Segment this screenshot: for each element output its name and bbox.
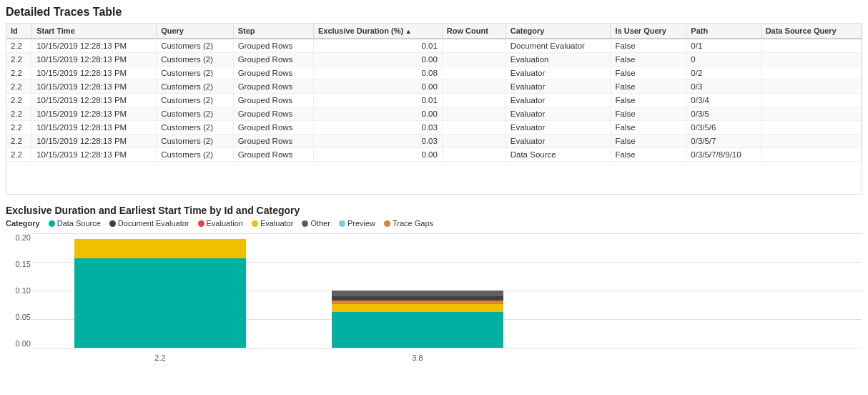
table-row: 2.210/15/2019 12:28:13 PMCustomers (2)Gr… — [6, 121, 862, 135]
cell-7-4: 0.03 — [313, 135, 442, 148]
col-header-step[interactable]: Step — [233, 24, 313, 39]
bar-group-1 — [332, 291, 503, 348]
cell-1-9 — [761, 53, 861, 67]
cell-5-0: 2.2 — [6, 107, 32, 121]
cell-4-7: False — [611, 94, 686, 107]
table-wrapper[interactable]: Id Start Time Query Step Exclusive Durat… — [6, 23, 862, 195]
bars-area — [31, 233, 862, 348]
y-label-4: 0.00 — [6, 339, 31, 348]
cell-2-8: 0/2 — [686, 67, 761, 80]
legend-dot — [198, 220, 204, 227]
cell-8-3: Grouped Rows — [233, 148, 313, 162]
cell-4-2: Customers (2) — [157, 94, 233, 107]
cell-6-2: Customers (2) — [157, 121, 233, 135]
cell-4-6: Evaluator — [505, 94, 611, 107]
cell-5-6: Evaluator — [505, 107, 611, 121]
cell-4-5 — [442, 94, 505, 107]
col-header-query[interactable]: Query — [157, 24, 233, 39]
legend-label: Data Source — [57, 219, 101, 228]
cell-0-8: 0/1 — [686, 39, 761, 53]
cell-3-0: 2.2 — [6, 80, 32, 94]
table-row: 2.210/15/2019 12:28:13 PMCustomers (2)Gr… — [6, 39, 862, 53]
col-header-exclusive-duration[interactable]: Exclusive Duration (%) — [313, 24, 442, 39]
cell-4-3: Grouped Rows — [233, 94, 313, 107]
cell-1-5 — [442, 53, 505, 67]
table-row: 2.210/15/2019 12:28:13 PMCustomers (2)Gr… — [6, 107, 862, 121]
cell-3-8: 0/3 — [686, 80, 761, 94]
page: Detailed Traces Table Id Start Time Quer… — [0, 0, 868, 395]
cell-1-4: 0.00 — [313, 53, 442, 67]
cell-6-9 — [761, 121, 861, 135]
legend-dot — [339, 220, 345, 227]
cell-8-0: 2.2 — [6, 148, 32, 162]
table-row: 2.210/15/2019 12:28:13 PMCustomers (2)Gr… — [6, 94, 862, 107]
legend-items: Data SourceDocument EvaluatorEvaluationE… — [49, 219, 433, 228]
col-header-path[interactable]: Path — [686, 24, 761, 39]
legend-label: Preview — [347, 219, 375, 228]
cell-2-4: 0.08 — [313, 67, 442, 80]
table-header-row: Id Start Time Query Step Exclusive Durat… — [6, 24, 862, 39]
cell-1-1: 10/15/2019 12:28:13 PM — [32, 53, 157, 67]
cell-8-6: Data Source — [505, 148, 611, 162]
table-body: 2.210/15/2019 12:28:13 PMCustomers (2)Gr… — [6, 39, 862, 162]
legend-category-label: Category — [6, 219, 40, 228]
cell-5-8: 0/3/5 — [686, 107, 761, 121]
cell-2-7: False — [611, 67, 686, 80]
cell-6-4: 0.03 — [313, 121, 442, 135]
cell-2-5 — [442, 67, 505, 80]
col-header-start-time[interactable]: Start Time — [32, 24, 157, 39]
data-table: Id Start Time Query Step Exclusive Durat… — [6, 24, 862, 162]
cell-3-9 — [761, 80, 861, 94]
col-header-row-count[interactable]: Row Count — [442, 24, 505, 39]
cell-6-1: 10/15/2019 12:28:13 PM — [32, 121, 157, 135]
cell-2-0: 2.2 — [6, 67, 32, 80]
cell-0-6: Document Evaluator — [505, 39, 611, 53]
legend-dot — [109, 220, 116, 227]
table-row: 2.210/15/2019 12:28:13 PMCustomers (2)Gr… — [6, 80, 862, 94]
col-header-data-source-query[interactable]: Data Source Query — [761, 24, 861, 39]
cell-5-3: Grouped Rows — [233, 107, 313, 121]
legend-label: Document Evaluator — [118, 219, 189, 228]
bar-group-0 — [74, 239, 246, 348]
cell-5-2: Customers (2) — [157, 107, 233, 121]
col-header-category[interactable]: Category — [505, 24, 611, 39]
grid-line-4 — [31, 348, 862, 348]
cell-0-5 — [442, 39, 505, 53]
cell-6-5 — [442, 121, 505, 135]
cell-7-8: 0/3/5/7 — [686, 135, 761, 148]
legend-item: Other — [302, 219, 330, 228]
x-label-0: 2.2 — [74, 353, 246, 362]
y-label-3: 0.05 — [6, 313, 31, 321]
legend-dot — [49, 220, 55, 227]
table-row: 2.210/15/2019 12:28:13 PMCustomers (2)Gr… — [6, 53, 862, 67]
cell-0-4: 0.01 — [313, 39, 442, 53]
table-row: 2.210/15/2019 12:28:13 PMCustomers (2)Gr… — [6, 67, 862, 80]
cell-1-6: Evaluation — [505, 53, 611, 67]
cell-6-6: Evaluator — [505, 121, 611, 135]
cell-0-7: False — [611, 39, 686, 53]
legend-item: Preview — [339, 219, 375, 228]
bar-segment-Evaluator — [74, 239, 246, 258]
cell-2-6: Evaluator — [505, 67, 611, 80]
col-header-id[interactable]: Id — [6, 24, 32, 39]
cell-1-0: 2.2 — [6, 53, 32, 67]
cell-4-8: 0/3/4 — [686, 94, 761, 107]
cell-0-9 — [761, 39, 861, 53]
table-title: Detailed Traces Table — [6, 6, 862, 19]
cell-2-2: Customers (2) — [157, 67, 233, 80]
y-label-1: 0.15 — [6, 260, 31, 268]
cell-8-7: False — [611, 148, 686, 162]
cell-4-1: 10/15/2019 12:28:13 PM — [32, 94, 157, 107]
legend-item: Evaluator — [252, 219, 293, 228]
legend-item: Evaluation — [198, 219, 243, 228]
table-section: Detailed Traces Table Id Start Time Quer… — [6, 6, 862, 199]
col-header-is-user-query[interactable]: Is User Query — [611, 24, 686, 39]
cell-0-1: 10/15/2019 12:28:13 PM — [32, 39, 157, 53]
legend-item: Trace Gaps — [384, 219, 433, 228]
bar-stack-0 — [74, 239, 246, 348]
cell-8-2: Customers (2) — [157, 148, 233, 162]
cell-5-1: 10/15/2019 12:28:13 PM — [32, 107, 157, 121]
cell-1-8: 0 — [686, 53, 761, 67]
cell-5-9 — [761, 107, 861, 121]
x-label-1: 3.8 — [332, 353, 503, 362]
